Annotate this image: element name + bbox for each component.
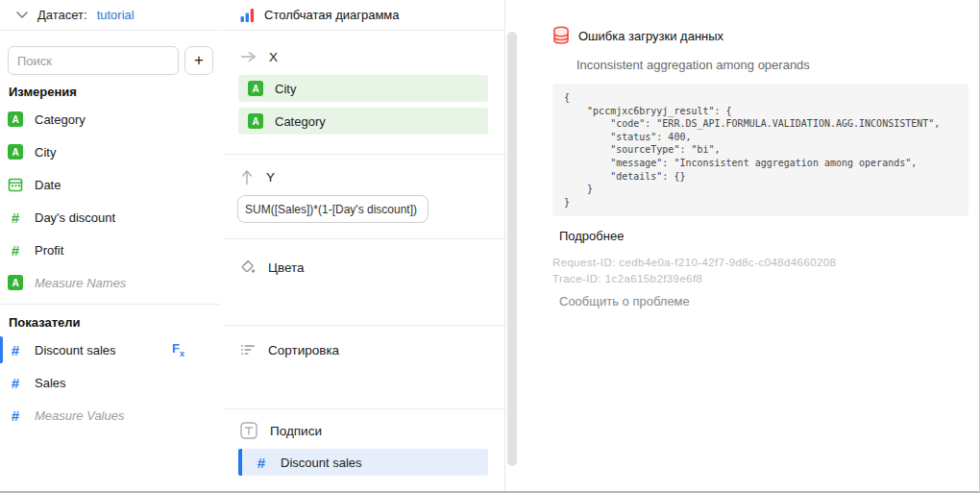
search-input[interactable] [8, 46, 179, 75]
chart-settings-panel: Столбчатая диаграмма X A City A Category [223, 0, 505, 491]
shelf-labels-label: Подписи [270, 424, 322, 438]
database-error-icon [552, 26, 570, 45]
shelf-colors: Цвета [223, 239, 504, 326]
dataset-header: Датасет: tutorial [0, 0, 220, 31]
error-title: Ошибка загрузки данных [578, 29, 723, 43]
field-row-days-discount[interactable]: # Day's discount [0, 201, 220, 234]
calendar-icon [8, 177, 23, 192]
shelf-labels: Подписи # Discount sales [223, 409, 504, 476]
dataset-sidebar: Датасет: tutorial + Измерения A Category… [0, 0, 220, 491]
shelf-x: X A City A Category [223, 31, 504, 155]
text-label-icon [240, 422, 257, 439]
letter-a-icon: A [8, 275, 23, 290]
letter-a-icon: A [248, 113, 263, 129]
add-field-button[interactable]: + [184, 46, 213, 75]
error-panel: Ошибка загрузки данных Inconsistent aggr… [524, 0, 978, 308]
field-row-category[interactable]: A Category [0, 103, 220, 136]
field-label: Measure Values [35, 408, 124, 423]
chip-accent-bar [238, 449, 242, 476]
letter-a-icon: A [8, 144, 23, 160]
field-chip-discount-sales[interactable]: # Discount sales [238, 449, 488, 476]
trace-id: Trace-ID: 1c2a615b2f39e6f8 [552, 273, 978, 284]
hash-icon: # [8, 210, 23, 226]
field-row-measure-values[interactable]: # Measure Values [0, 399, 220, 431]
search-row: + [0, 31, 220, 75]
shelf-sorting: Сортировка [223, 326, 504, 409]
field-row-profit[interactable]: # Profit [0, 234, 220, 266]
error-code-block: { "pccmjxc6bryyj_result": { "code": "ERR… [552, 84, 968, 216]
chip-label: City [275, 82, 296, 96]
arrow-right-icon [240, 51, 257, 62]
sidebar-divider [0, 304, 220, 305]
field-label: Sales [35, 376, 66, 390]
chip-label: Category [275, 114, 326, 129]
chart-type-header[interactable]: Столбчатая диаграмма [223, 0, 504, 31]
dataset-name-link[interactable]: tutorial [97, 8, 135, 22]
shelf-y-label: Y [266, 170, 275, 185]
chevron-down-icon[interactable] [16, 12, 28, 19]
hash-icon: # [8, 375, 23, 391]
field-row-sales[interactable]: # Sales [0, 366, 220, 399]
field-chip-city[interactable]: A City [238, 75, 488, 102]
formula-input[interactable] [237, 195, 429, 223]
field-row-measure-names[interactable]: A Measure Names [0, 266, 220, 299]
hash-icon: # [254, 455, 269, 471]
letter-a-icon: A [8, 111, 23, 127]
field-chip-category[interactable]: A Category [238, 108, 488, 135]
shelf-y-header: Y [223, 155, 504, 187]
shelf-colors-header: Цвета [223, 239, 504, 278]
field-label: Date [35, 178, 61, 192]
field-label: Day's discount [35, 210, 115, 225]
field-row-date[interactable]: Date [0, 168, 220, 201]
request-id: Request-ID: cedb4e0a-f210-42f7-9d8c-c048… [552, 257, 978, 268]
arrow-up-icon [240, 169, 254, 185]
field-row-discount-sales[interactable]: # Discount sales Fx [0, 333, 220, 366]
shelf-sorting-label: Сортировка [268, 343, 339, 357]
shelf-y: Y [223, 155, 504, 239]
chip-label: Discount sales [281, 456, 362, 470]
shelf-sorting-header: Сортировка [223, 326, 504, 360]
chart-type-title: Столбчатая диаграмма [264, 8, 400, 22]
shelf-x-label: X [269, 50, 278, 64]
shelf-colors-label: Цвета [268, 260, 305, 275]
app-window: Датасет: tutorial + Измерения A Category… [0, 0, 980, 493]
error-subtitle: Inconsistent aggregation among operands [576, 58, 978, 72]
shelf-x-header: X [223, 31, 504, 67]
hash-icon: # [8, 242, 23, 259]
shelf-labels-header: Подписи [223, 409, 504, 441]
field-label: Profit [35, 243, 63, 258]
hash-icon: # [8, 407, 23, 424]
dataset-label: Датасет: [37, 8, 87, 22]
letter-a-icon: A [248, 81, 263, 96]
field-label: Discount sales [35, 343, 116, 357]
details-link[interactable]: Подробнее [559, 229, 624, 243]
field-label: City [35, 145, 56, 160]
field-label: Measure Names [35, 276, 126, 290]
hash-icon: # [8, 342, 23, 358]
field-row-city[interactable]: A City [0, 136, 220, 168]
report-problem-link[interactable]: Сообщить о проблеме [559, 294, 690, 308]
paint-bucket-icon [240, 259, 256, 275]
selected-field-indicator [0, 336, 3, 363]
panel-scrollbar[interactable] [507, 32, 517, 466]
field-label: Category [35, 112, 86, 127]
formula-badge-icon[interactable]: Fx [172, 342, 184, 360]
sort-icon [240, 343, 256, 357]
dimensions-title: Измерения [9, 86, 220, 99]
bar-chart-icon [240, 8, 255, 22]
measures-title: Показатели [9, 316, 220, 330]
